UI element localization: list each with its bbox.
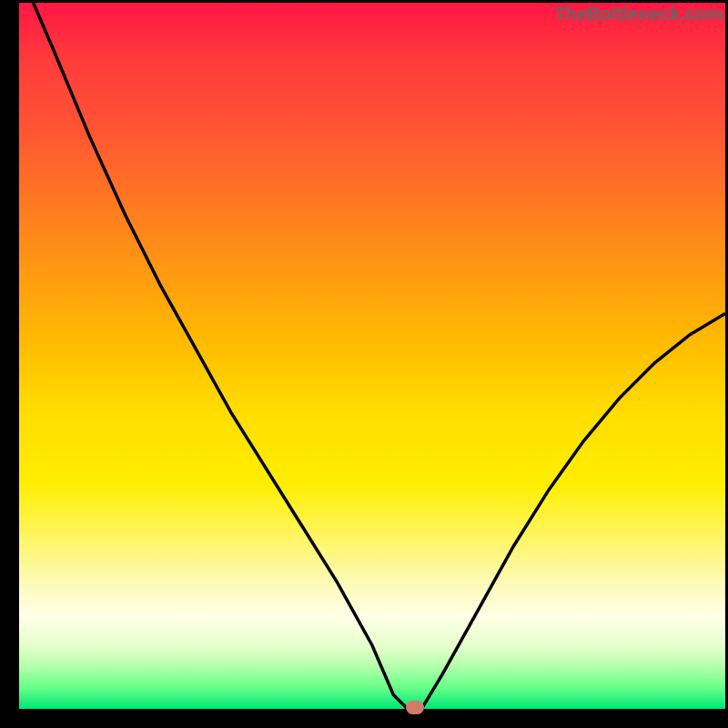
watermark-text: TheBottleneck.com — [555, 4, 723, 25]
bottleneck-curve — [19, 3, 725, 709]
optimal-point-marker — [406, 701, 424, 714]
